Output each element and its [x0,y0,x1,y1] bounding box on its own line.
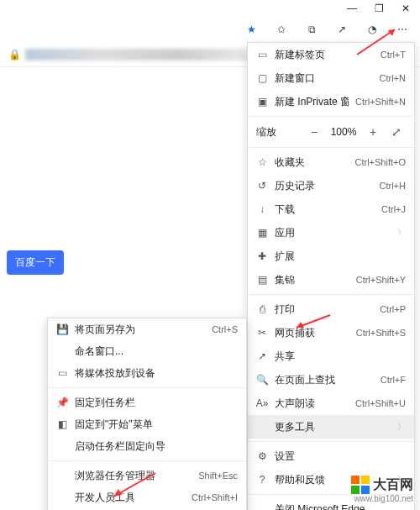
more-menu-icon[interactable]: ⋯ [393,20,412,39]
menu-favorites[interactable]: ☆ 收藏夹 Ctrl+Shift+O [248,150,414,174]
favorites-menu-icon[interactable]: ✩ [272,20,291,39]
menu-shortcut: Ctrl+Shift+S [356,328,406,338]
minimize-button[interactable]: — [346,3,358,14]
menu-label: 大声朗读 [275,397,349,411]
menu-label: 收藏夹 [275,155,348,170]
blank-icon [256,421,268,433]
help-icon: ? [256,474,268,486]
submenu-label: 将媒体投放到设备 [75,366,238,381]
menu-separator [248,147,414,148]
submenu-save-as[interactable]: 💾 将页面另存为 Ctrl+S [48,318,246,340]
menu-new-tab[interactable]: ▭ 新建标签页 Ctrl+T [248,43,414,66]
blank-icon [56,470,68,481]
menu-label: 网页捕获 [275,326,349,340]
submenu-label: 浏览器任务管理器 [75,469,192,483]
lock-icon: 🔒 [8,49,20,60]
submenu-shortcut: Ctrl+S [212,324,238,334]
submenu-pin-taskbar[interactable]: 📌 固定到任务栏 [48,392,246,413]
menu-label: 历史记录 [275,179,373,193]
menu-shortcut: Ctrl+Shift+Y [356,275,406,285]
favorite-star-icon[interactable]: ★ [242,20,260,39]
submenu-shortcut: Shift+Esc [198,471,238,481]
zoom-in-button[interactable]: + [364,125,382,139]
submenu-name-window[interactable]: 命名窗口... [48,340,246,362]
submenu-label: 固定到任务栏 [75,396,238,410]
print-icon: ⎙ [256,303,268,315]
menu-capture[interactable]: ✂ 网页捕获 Ctrl+Shift+S [248,321,414,344]
menu-shortcut: Ctrl+F [381,375,406,385]
submenu-launch-wizard[interactable]: 启动任务栏固定向导 [48,435,246,457]
close-window-button[interactable]: ✕ [400,3,412,14]
zoom-label: 缩放 [256,125,300,139]
new-window-icon: ▢ [256,72,268,84]
settings-and-more-menu: ▭ 新建标签页 Ctrl+T ▢ 新建窗口 Ctrl+N ▣ 新建 InPriv… [247,42,415,510]
restore-button[interactable]: ❐ [373,3,385,14]
blank-icon [56,345,68,357]
pin-icon: 📌 [56,397,68,408]
share-icon[interactable]: ↗ [333,20,351,39]
menu-history[interactable]: ↺ 历史记录 Ctrl+H [248,174,414,197]
menu-label: 设置 [275,450,406,464]
menu-new-window[interactable]: ▢ 新建窗口 Ctrl+N [248,66,414,90]
menu-shortcut: Ctrl+T [381,50,406,60]
menu-extensions[interactable]: ✚ 扩展 [248,244,414,268]
submenu-separator [48,460,246,461]
apps-icon: ▦ [256,227,268,239]
new-tab-icon: ▭ [256,49,268,60]
capture-icon: ✂ [256,327,268,339]
gear-icon: ⚙ [256,450,268,462]
watermark: 大百网 www.big100.net [351,476,413,503]
pin-start-icon: ◧ [56,418,68,430]
menu-find[interactable]: 🔍 在页面上查找 Ctrl+F [248,368,414,392]
menu-collections[interactable]: ▤ 集锦 Ctrl+Shift+Y [248,268,414,292]
menu-share[interactable]: ↗ 共享 [248,344,414,368]
menu-apps[interactable]: ▦ 应用 〉 [248,221,414,244]
submenu-cast[interactable]: ▭ 将媒体投放到设备 [48,362,246,384]
blank-icon [56,492,68,503]
submenu-dev-tools[interactable]: 开发人员工具 Ctrl+Shift+I [48,486,246,508]
menu-new-inprivate[interactable]: ▣ 新建 InPrivate 窗口 Ctrl+Shift+N [248,90,414,113]
zoom-out-button[interactable]: − [305,125,323,139]
submenu-task-manager[interactable]: 浏览器任务管理器 Shift+Esc [48,465,246,486]
menu-shortcut: Ctrl+N [380,73,406,83]
menu-shortcut: Ctrl+Shift+N [355,97,406,107]
history-icon: ↺ [256,180,268,192]
baidu-search-button[interactable]: 百度一下 [7,250,64,275]
watermark-logo-icon [351,476,370,494]
collections-icon: ▤ [256,274,268,286]
save-icon: 💾 [56,323,68,335]
menu-print[interactable]: ⎙ 打印 Ctrl+P [248,297,414,321]
menu-label: 在页面上查找 [275,373,374,387]
chevron-right-icon: 〉 [397,227,406,239]
collections-icon[interactable]: ⧉ [302,20,321,39]
menu-label: 应用 [275,226,391,240]
menu-label: 新建窗口 [275,71,373,86]
download-icon: ↓ [256,203,268,215]
menu-label: 扩展 [275,250,406,264]
fullscreen-button[interactable]: ⤢ [387,125,406,139]
inprivate-icon: ▣ [256,96,268,108]
zoom-percent: 100% [328,126,359,138]
share-menu-icon: ↗ [256,350,268,362]
blank-icon [56,440,68,452]
menu-label: 集锦 [275,273,349,287]
watermark-url: www.big100.net [351,494,413,503]
menu-separator [248,294,414,295]
submenu-label: 固定到"开始"菜单 [75,418,238,432]
chevron-right-icon: 〉 [397,421,406,433]
menu-shortcut: Ctrl+P [380,304,406,314]
submenu-label: 将页面另存为 [75,323,205,337]
profile-icon[interactable]: ◔ [363,20,381,39]
menu-label: 更多工具 [275,420,391,434]
menu-separator [248,116,414,117]
menu-read-aloud[interactable]: A» 大声朗读 Ctrl+Shift+U [248,392,414,415]
menu-settings[interactable]: ⚙ 设置 [248,444,414,468]
submenu-pin-start[interactable]: ◧ 固定到"开始"菜单 [48,413,246,435]
read-aloud-icon: A» [256,397,268,409]
submenu-label: 开发人员工具 [75,491,185,505]
menu-more-tools[interactable]: 更多工具 〉 [248,415,414,439]
cast-icon: ▭ [56,367,68,379]
menu-downloads[interactable]: ↓ 下载 Ctrl+J [248,197,414,221]
menu-label: 下载 [275,202,375,217]
menu-label: 打印 [275,302,373,317]
